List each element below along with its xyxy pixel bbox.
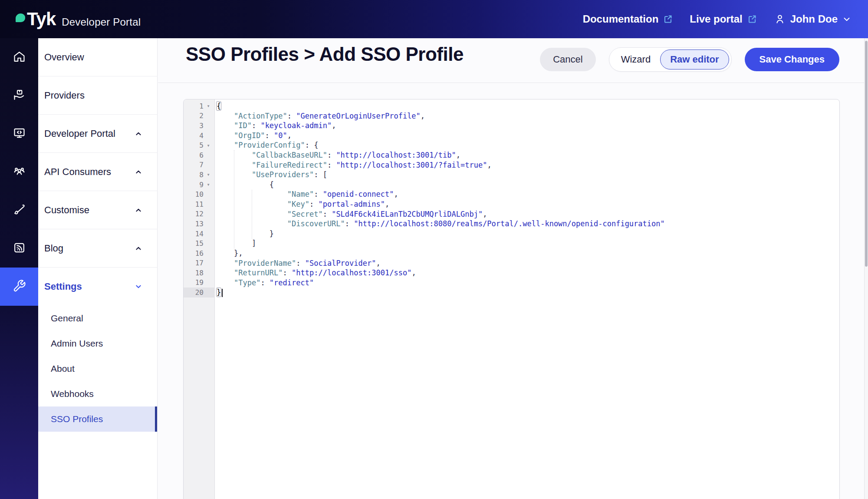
rail-item-home[interactable] bbox=[0, 38, 38, 76]
line-number-gutter: 11 bbox=[184, 199, 215, 209]
sidebar-item-label: Admin Users bbox=[51, 338, 103, 349]
tyk-logo[interactable]: Tyk Developer Portal bbox=[16, 10, 141, 28]
rail-item-api-consumers[interactable] bbox=[0, 153, 38, 191]
window-scrollbar-track bbox=[864, 38, 868, 499]
line-number: 12 bbox=[184, 210, 204, 218]
rail-item-customise[interactable] bbox=[0, 191, 38, 229]
fold-arrow-icon[interactable]: ▾ bbox=[204, 103, 213, 109]
code-line-1[interactable]: 1▾{ bbox=[184, 101, 839, 111]
code-text: { bbox=[215, 180, 274, 190]
page-title: SSO Profiles > Add SSO Profile bbox=[186, 43, 464, 65]
code-line-16[interactable]: 16 }, bbox=[184, 248, 839, 258]
code-line-18[interactable]: 18 "ReturnURL": "http://localhost:3001/s… bbox=[184, 268, 839, 278]
line-number: 4 bbox=[184, 132, 204, 140]
code-line-9[interactable]: 9▾ { bbox=[184, 180, 839, 190]
save-changes-button[interactable]: Save Changes bbox=[745, 48, 839, 71]
cancel-button[interactable]: Cancel bbox=[540, 48, 595, 71]
top-navigation-bar: Tyk Developer Portal Documentation Live … bbox=[0, 0, 868, 38]
line-number-gutter: 14 bbox=[184, 229, 215, 239]
external-link-icon bbox=[747, 14, 757, 24]
customise-icon bbox=[13, 203, 26, 218]
chevron-down-icon bbox=[842, 14, 852, 24]
window-scrollbar-thumb[interactable] bbox=[865, 41, 868, 267]
sidebar-item-developer-portal[interactable]: Developer Portal bbox=[38, 115, 157, 153]
icon-rail bbox=[0, 38, 38, 499]
code-line-15[interactable]: 15 ] bbox=[184, 238, 839, 248]
line-number-gutter: 19 bbox=[184, 278, 215, 288]
line-number-gutter: 6 bbox=[184, 150, 215, 160]
code-line-10[interactable]: 10 "Name": "openid-connect", bbox=[184, 189, 839, 199]
rail-item-developer-portal[interactable] bbox=[0, 115, 38, 153]
code-text: { bbox=[215, 101, 221, 111]
code-line-19[interactable]: 19 "Type": "redirect" bbox=[184, 278, 839, 288]
code-line-20[interactable]: 20} bbox=[184, 288, 839, 297]
json-code-editor[interactable]: 1▾{2 "ActionType": "GenerateOrLoginUserP… bbox=[183, 99, 840, 499]
sidebar-item-overview[interactable]: Overview bbox=[38, 38, 157, 76]
code-text: "Type": "redirect" bbox=[215, 278, 314, 288]
sidebar-item-about[interactable]: About bbox=[38, 356, 157, 381]
line-number-gutter: 12 bbox=[184, 209, 215, 219]
line-number: 16 bbox=[184, 249, 204, 258]
sidebar-navigation: OverviewProvidersDeveloper PortalAPI Con… bbox=[38, 38, 158, 499]
code-line-2[interactable]: 2 "ActionType": "GenerateOrLoginUserProf… bbox=[184, 111, 839, 121]
code-text: "ID": "keycloak-admin", bbox=[215, 121, 336, 131]
line-number: 3 bbox=[184, 122, 204, 130]
chevron-up-icon bbox=[134, 205, 143, 215]
line-number: 1 bbox=[184, 102, 204, 110]
line-number: 10 bbox=[184, 190, 204, 198]
user-menu[interactable]: John Doe bbox=[774, 13, 852, 25]
code-line-7[interactable]: 7 "FailureRedirect": "http://localhost:3… bbox=[184, 160, 839, 170]
fold-arrow-icon[interactable]: ▾ bbox=[204, 182, 213, 188]
sidebar-item-label: Customise bbox=[44, 205, 134, 216]
line-number: 7 bbox=[184, 161, 204, 169]
code-line-14[interactable]: 14 } bbox=[184, 229, 839, 239]
fold-arrow-icon[interactable]: ▾ bbox=[204, 142, 213, 149]
rail-item-providers[interactable] bbox=[0, 76, 38, 115]
topbar-right-group: Documentation Live portal bbox=[583, 0, 852, 38]
line-number-gutter: 17 bbox=[184, 258, 215, 268]
sidebar-item-label: General bbox=[51, 313, 83, 324]
sidebar-item-admin-users[interactable]: Admin Users bbox=[38, 331, 157, 356]
code-line-3[interactable]: 3 "ID": "keycloak-admin", bbox=[184, 121, 839, 131]
code-line-11[interactable]: 11 "Key": "portal-admins", bbox=[184, 199, 839, 209]
code-line-13[interactable]: 13 "DiscoverURL": "http://localhost:8080… bbox=[184, 219, 839, 229]
code-line-5[interactable]: 5▾ "ProviderConfig": { bbox=[184, 140, 839, 150]
code-line-17[interactable]: 17 "ProviderName": "SocialProvider", bbox=[184, 258, 839, 268]
line-number: 13 bbox=[184, 220, 204, 228]
sidebar-item-sso-profiles[interactable]: SSO Profiles bbox=[38, 406, 157, 432]
sidebar-item-webhooks[interactable]: Webhooks bbox=[38, 381, 157, 406]
raw-editor-tab[interactable]: Raw editor bbox=[660, 50, 729, 69]
chevron-down-icon bbox=[134, 282, 143, 291]
code-line-8[interactable]: 8▾ "UseProviders": [ bbox=[184, 170, 839, 180]
rail-item-settings-wrench[interactable] bbox=[0, 268, 38, 306]
wizard-tab[interactable]: Wizard bbox=[612, 54, 660, 65]
line-number: 6 bbox=[184, 151, 204, 159]
rail-item-blog[interactable] bbox=[0, 229, 38, 268]
sidebar-item-api-consumers[interactable]: API Consumers bbox=[38, 153, 157, 191]
code-line-4[interactable]: 4 "OrgID": "0", bbox=[184, 131, 839, 141]
line-number: 11 bbox=[184, 200, 204, 208]
code-text: "Name": "openid-connect", bbox=[215, 189, 398, 199]
line-number-gutter: 8▾ bbox=[184, 170, 215, 180]
sidebar-item-label: SSO Profiles bbox=[51, 414, 103, 424]
fold-arrow-icon[interactable]: ▾ bbox=[204, 172, 213, 178]
sidebar-item-general[interactable]: General bbox=[38, 306, 157, 331]
line-number-gutter: 9▾ bbox=[184, 180, 215, 190]
sidebar-item-settings[interactable]: Settings bbox=[38, 268, 157, 306]
sidebar-item-blog[interactable]: Blog bbox=[38, 229, 157, 268]
documentation-link[interactable]: Documentation bbox=[583, 13, 674, 25]
home-icon bbox=[13, 50, 26, 65]
sidebar-item-customise[interactable]: Customise bbox=[38, 191, 157, 229]
code-line-12[interactable]: 12 "Secret": "SLd4F6ck4iELanTb2CbUMQrliD… bbox=[184, 209, 839, 219]
live-portal-link[interactable]: Live portal bbox=[690, 13, 757, 25]
api-consumers-icon bbox=[13, 165, 26, 180]
line-number-gutter: 2 bbox=[184, 111, 215, 121]
code-text: "DiscoverURL": "http://localhost:8080/re… bbox=[215, 219, 665, 229]
header-actions: Cancel Wizard Raw editor Save Changes bbox=[540, 47, 839, 72]
line-number: 8 bbox=[184, 171, 204, 179]
chevron-up-icon bbox=[134, 244, 143, 253]
sidebar-item-providers[interactable]: Providers bbox=[38, 76, 157, 115]
code-line-6[interactable]: 6 "CallbackBaseURL": "http://localhost:3… bbox=[184, 150, 839, 160]
brand-product: Developer Portal bbox=[62, 16, 141, 28]
code-text: "ProviderName": "SocialProvider", bbox=[215, 258, 381, 268]
